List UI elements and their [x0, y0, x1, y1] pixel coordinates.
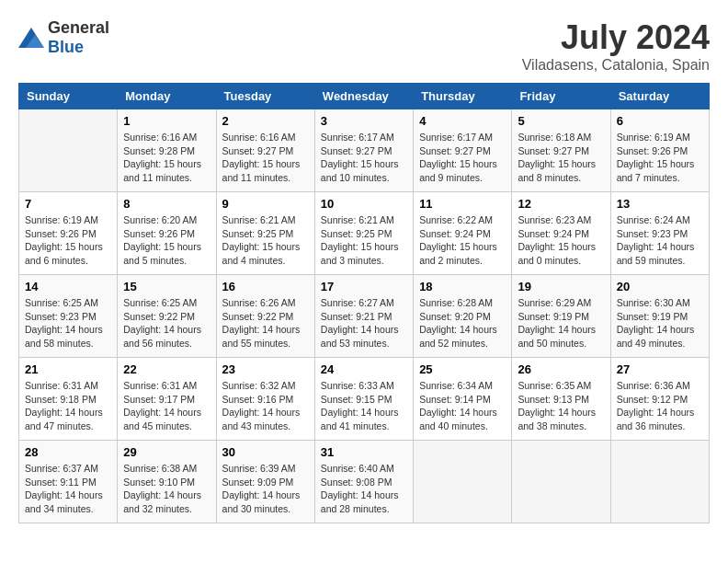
calendar-cell: 7 Sunrise: 6:19 AM Sunset: 9:26 PM Dayli…: [19, 192, 118, 275]
day-info: Sunrise: 6:22 AM Sunset: 9:24 PM Dayligh…: [419, 213, 506, 268]
sunrise-text: Sunrise: 6:19 AM: [617, 132, 690, 143]
daylight-text: Daylight: 15 hours and 7 minutes.: [617, 158, 695, 183]
sunrise-text: Sunrise: 6:18 AM: [518, 132, 591, 143]
logo-general: General: [48, 18, 109, 37]
sunrise-text: Sunrise: 6:22 AM: [419, 214, 493, 225]
day-number: 17: [321, 280, 407, 293]
sunrise-text: Sunrise: 6:39 AM: [222, 463, 296, 474]
day-number: 25: [419, 362, 506, 376]
day-info: Sunrise: 6:31 AM Sunset: 9:18 PM Dayligh…: [25, 379, 111, 433]
daylight-text: Daylight: 14 hours and 40 minutes.: [419, 407, 497, 431]
sunrise-text: Sunrise: 6:19 AM: [25, 214, 98, 225]
daylight-text: Daylight: 15 hours and 3 minutes.: [321, 241, 399, 266]
calendar-cell: 14 Sunrise: 6:25 AM Sunset: 9:23 PM Dayl…: [19, 275, 118, 358]
day-info: Sunrise: 6:16 AM Sunset: 9:27 PM Dayligh…: [222, 131, 309, 185]
sunrise-text: Sunrise: 6:31 AM: [123, 380, 197, 391]
sunrise-text: Sunrise: 6:20 AM: [123, 214, 197, 225]
weekday-header-friday: Friday: [512, 84, 610, 109]
daylight-text: Daylight: 14 hours and 59 minutes.: [617, 241, 695, 266]
day-info: Sunrise: 6:21 AM Sunset: 9:25 PM Dayligh…: [222, 213, 309, 268]
day-number: 9: [222, 197, 309, 211]
sunset-text: Sunset: 9:11 PM: [25, 477, 97, 488]
day-number: 26: [518, 362, 604, 376]
calendar-cell: [414, 441, 512, 523]
day-info: Sunrise: 6:31 AM Sunset: 9:17 PM Dayligh…: [123, 379, 210, 433]
sunrise-text: Sunrise: 6:21 AM: [222, 214, 296, 225]
day-number: 6: [617, 114, 703, 128]
sunrise-text: Sunrise: 6:16 AM: [123, 132, 197, 143]
day-number: 2: [222, 114, 309, 128]
daylight-text: Daylight: 15 hours and 4 minutes.: [222, 241, 301, 266]
calendar-week-row: 21 Sunrise: 6:31 AM Sunset: 9:18 PM Dayl…: [19, 358, 710, 441]
sunrise-text: Sunrise: 6:17 AM: [321, 132, 394, 143]
calendar-cell: [19, 109, 118, 192]
day-info: Sunrise: 6:29 AM Sunset: 9:19 PM Dayligh…: [518, 296, 604, 350]
sunrise-text: Sunrise: 6:28 AM: [419, 297, 493, 308]
sunrise-text: Sunrise: 6:37 AM: [25, 463, 98, 474]
daylight-text: Daylight: 14 hours and 41 minutes.: [321, 407, 399, 431]
logo-icon: [18, 28, 44, 48]
sunset-text: Sunset: 9:26 PM: [123, 228, 195, 239]
daylight-text: Daylight: 15 hours and 0 minutes.: [518, 241, 596, 266]
daylight-text: Daylight: 14 hours and 28 minutes.: [321, 489, 399, 514]
daylight-text: Daylight: 14 hours and 56 minutes.: [123, 324, 201, 349]
sunrise-text: Sunrise: 6:35 AM: [518, 380, 591, 391]
calendar-cell: 1 Sunrise: 6:16 AM Sunset: 9:28 PM Dayli…: [118, 109, 216, 192]
day-info: Sunrise: 6:26 AM Sunset: 9:22 PM Dayligh…: [222, 296, 309, 350]
calendar-cell: 29 Sunrise: 6:38 AM Sunset: 9:10 PM Dayl…: [118, 441, 216, 523]
day-number: 7: [25, 197, 111, 211]
daylight-text: Daylight: 15 hours and 9 minutes.: [419, 158, 497, 183]
day-info: Sunrise: 6:21 AM Sunset: 9:25 PM Dayligh…: [321, 213, 407, 268]
daylight-text: Daylight: 14 hours and 45 minutes.: [123, 407, 201, 431]
calendar-cell: 4 Sunrise: 6:17 AM Sunset: 9:27 PM Dayli…: [414, 109, 512, 192]
day-info: Sunrise: 6:16 AM Sunset: 9:28 PM Dayligh…: [123, 131, 210, 185]
daylight-text: Daylight: 15 hours and 2 minutes.: [419, 241, 497, 266]
weekday-header-tuesday: Tuesday: [216, 84, 314, 109]
day-info: Sunrise: 6:32 AM Sunset: 9:16 PM Dayligh…: [222, 379, 309, 433]
day-info: Sunrise: 6:19 AM Sunset: 9:26 PM Dayligh…: [617, 131, 703, 185]
daylight-text: Daylight: 14 hours and 30 minutes.: [222, 489, 301, 514]
logo-blue: Blue: [48, 38, 84, 56]
sunrise-text: Sunrise: 6:32 AM: [222, 380, 296, 391]
calendar-cell: 31 Sunrise: 6:40 AM Sunset: 9:08 PM Dayl…: [314, 441, 413, 523]
calendar-cell: 11 Sunrise: 6:22 AM Sunset: 9:24 PM Dayl…: [414, 192, 512, 275]
day-number: 27: [617, 362, 703, 376]
daylight-text: Daylight: 15 hours and 11 minutes.: [222, 158, 301, 183]
sunset-text: Sunset: 9:27 PM: [222, 145, 294, 156]
day-info: Sunrise: 6:38 AM Sunset: 9:10 PM Dayligh…: [123, 462, 210, 516]
day-number: 19: [518, 280, 604, 293]
sunset-text: Sunset: 9:26 PM: [25, 228, 97, 239]
daylight-text: Daylight: 14 hours and 43 minutes.: [222, 407, 301, 431]
day-number: 31: [321, 445, 407, 459]
calendar-cell: 12 Sunrise: 6:23 AM Sunset: 9:24 PM Dayl…: [512, 192, 610, 275]
sunrise-text: Sunrise: 6:16 AM: [222, 132, 296, 143]
calendar-cell: 17 Sunrise: 6:27 AM Sunset: 9:21 PM Dayl…: [314, 275, 413, 358]
day-info: Sunrise: 6:36 AM Sunset: 9:12 PM Dayligh…: [617, 379, 703, 433]
day-number: 4: [419, 114, 506, 128]
daylight-text: Daylight: 15 hours and 10 minutes.: [321, 158, 399, 183]
sunrise-text: Sunrise: 6:17 AM: [419, 132, 493, 143]
daylight-text: Daylight: 14 hours and 36 minutes.: [617, 407, 695, 431]
day-info: Sunrise: 6:37 AM Sunset: 9:11 PM Dayligh…: [25, 462, 111, 516]
daylight-text: Daylight: 14 hours and 55 minutes.: [222, 324, 301, 349]
weekday-header-row: SundayMondayTuesdayWednesdayThursdayFrid…: [19, 84, 710, 109]
location-title: Viladasens, Catalonia, Spain: [522, 57, 710, 74]
calendar-cell: 25 Sunrise: 6:34 AM Sunset: 9:14 PM Dayl…: [414, 358, 512, 441]
daylight-text: Daylight: 14 hours and 53 minutes.: [321, 324, 399, 349]
page-header: General Blue July 2024 Viladasens, Catal…: [18, 18, 710, 74]
weekday-header-thursday: Thursday: [414, 84, 512, 109]
daylight-text: Daylight: 15 hours and 5 minutes.: [123, 241, 201, 266]
day-info: Sunrise: 6:20 AM Sunset: 9:26 PM Dayligh…: [123, 213, 210, 268]
day-info: Sunrise: 6:19 AM Sunset: 9:26 PM Dayligh…: [25, 213, 111, 268]
day-info: Sunrise: 6:33 AM Sunset: 9:15 PM Dayligh…: [321, 379, 407, 433]
sunset-text: Sunset: 9:20 PM: [419, 311, 491, 322]
calendar-cell: 8 Sunrise: 6:20 AM Sunset: 9:26 PM Dayli…: [118, 192, 216, 275]
day-number: 28: [25, 445, 111, 459]
calendar-cell: 26 Sunrise: 6:35 AM Sunset: 9:13 PM Dayl…: [512, 358, 610, 441]
day-info: Sunrise: 6:30 AM Sunset: 9:19 PM Dayligh…: [617, 296, 703, 350]
calendar-cell: 5 Sunrise: 6:18 AM Sunset: 9:27 PM Dayli…: [512, 109, 610, 192]
calendar-cell: 22 Sunrise: 6:31 AM Sunset: 9:17 PM Dayl…: [118, 358, 216, 441]
calendar-cell: 9 Sunrise: 6:21 AM Sunset: 9:25 PM Dayli…: [216, 192, 314, 275]
sunrise-text: Sunrise: 6:27 AM: [321, 297, 394, 308]
daylight-text: Daylight: 14 hours and 58 minutes.: [25, 324, 103, 349]
